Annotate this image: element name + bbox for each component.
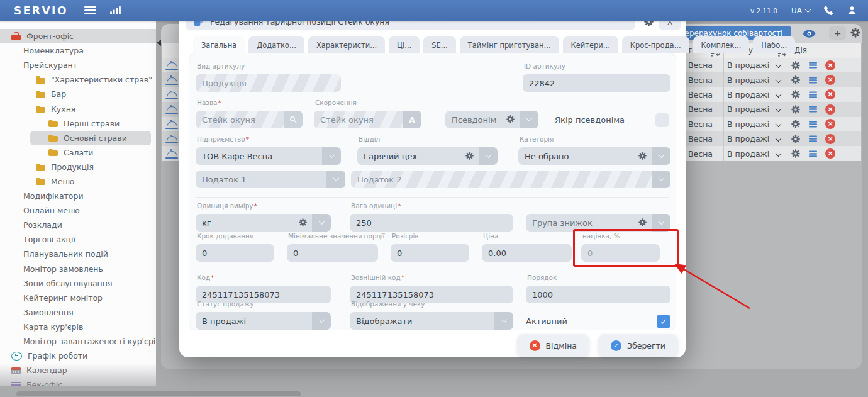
gear-icon[interactable]: [791, 90, 800, 99]
search-icon[interactable]: [284, 111, 303, 128]
gear-icon[interactable]: [791, 135, 800, 143]
sidebar-item-dish-characteristics[interactable]: "Характеристики страв": [0, 72, 156, 87]
sidebar-item-order-monitor[interactable]: Монітор замовлень: [0, 262, 156, 276]
chevron-down-icon[interactable]: [776, 134, 781, 143]
table-row[interactable]: Весна В продажі: [686, 102, 864, 116]
collapse-columns-icon[interactable]: [157, 40, 161, 46]
pseudonym-select[interactable]: Псевдонім: [445, 111, 538, 128]
sidebar-item-service-zones[interactable]: Зони обслуговування: [0, 276, 156, 291]
sidebar-item-kitchen[interactable]: Кухня: [0, 101, 156, 116]
horizontal-scrollbar[interactable]: [16, 391, 301, 396]
cancel-button[interactable]: Відміна: [517, 334, 589, 357]
active-checkbox[interactable]: [657, 315, 670, 328]
tab-complex[interactable]: Комплек...: [693, 36, 750, 53]
gear-icon[interactable]: [850, 28, 860, 40]
chevron-down-icon[interactable]: [776, 149, 781, 159]
user-icon[interactable]: [847, 6, 857, 15]
stats-icon[interactable]: [110, 6, 121, 14]
chevron-down-icon[interactable]: [776, 60, 781, 70]
list-icon[interactable]: [809, 121, 817, 128]
sidebar-item-salads[interactable]: Салати: [0, 145, 156, 160]
sidebar-item-courier-load-monitor[interactable]: Монітор завантаженості кур'єрів: [0, 334, 156, 349]
gear-icon[interactable]: [465, 152, 474, 160]
list-icon[interactable]: [809, 135, 817, 142]
sale-status-select[interactable]: В продажі: [196, 312, 331, 330]
sidebar-item-catering-monitor[interactable]: Кейтеринг монітор: [0, 291, 156, 305]
table-row[interactable]: Весна В продажі: [686, 58, 864, 72]
sidebar-item-menu[interactable]: Меню: [0, 174, 156, 189]
sidebar-item-bar[interactable]: Бар: [0, 87, 156, 101]
sidebar-item-main-courses[interactable]: Основні страви: [30, 131, 151, 145]
delete-icon[interactable]: [825, 148, 835, 159]
menu-icon[interactable]: [84, 6, 96, 14]
gear-icon[interactable]: [638, 218, 647, 226]
delete-icon[interactable]: [825, 75, 835, 85]
sidebar-item-modifiers[interactable]: Модифікатори: [0, 189, 156, 203]
sidebar-item-first-courses[interactable]: Перші страви: [0, 116, 156, 131]
warmup-input[interactable]: 0: [391, 244, 469, 262]
anchor-checkbox[interactable]: [655, 113, 669, 127]
chevron-down-icon[interactable]: [652, 147, 670, 165]
list-icon[interactable]: [809, 150, 817, 157]
sidebar-item-calendar[interactable]: Календар: [0, 363, 156, 377]
chevron-down-icon[interactable]: [776, 90, 781, 99]
delete-icon[interactable]: [825, 134, 835, 144]
delete-icon[interactable]: [825, 89, 835, 99]
gear-icon[interactable]: [791, 105, 800, 114]
gear-icon[interactable]: [506, 115, 515, 123]
step-input[interactable]: 0: [196, 244, 274, 262]
list-icon[interactable]: [809, 91, 817, 98]
add-button[interactable]: +: [829, 26, 846, 40]
gear-icon[interactable]: [638, 152, 647, 160]
chevron-down-icon[interactable]: [479, 147, 498, 165]
table-row[interactable]: Весна В продажі: [686, 117, 864, 131]
sidebar-item-products[interactable]: Продукція: [0, 160, 156, 174]
sidebar-item-courier-map[interactable]: Карта кур'єрів: [0, 320, 156, 334]
table-row[interactable]: Весна В продажі: [686, 72, 864, 87]
gear-icon[interactable]: [791, 120, 800, 128]
tab-additional[interactable]: Додатко...: [248, 36, 304, 53]
gear-icon[interactable]: [791, 149, 800, 158]
sidebar-item-orders[interactable]: Замовлення: [0, 305, 156, 320]
receipt-display-select[interactable]: Відображати: [350, 312, 513, 330]
tax1-select[interactable]: Податок 1: [196, 171, 345, 188]
gear-icon[interactable]: [791, 75, 800, 84]
language-selector[interactable]: UA: [791, 6, 810, 15]
department-select[interactable]: Гарячий цех: [357, 147, 498, 165]
chevron-down-icon[interactable]: [520, 111, 538, 128]
min-portion-input[interactable]: 0: [287, 244, 378, 262]
chevron-down-icon[interactable]: [776, 120, 781, 129]
category-select[interactable]: Не обрано: [518, 147, 670, 165]
tab-sets[interactable]: Набо...: [753, 36, 795, 53]
tab-catering[interactable]: Кейтери...: [563, 36, 618, 53]
tab-cross-sale[interactable]: Крос-прода...: [622, 36, 689, 53]
price-input[interactable]: 0.00: [482, 244, 572, 262]
chevron-down-icon[interactable]: [312, 214, 331, 232]
tab-general[interactable]: Загальна: [193, 36, 245, 53]
sidebar-item-nomenclature[interactable]: Номенклатура: [0, 43, 156, 58]
letter-case-button[interactable]: A: [403, 111, 421, 128]
sidebar-item-pricelist[interactable]: Прейскурант: [0, 58, 156, 72]
sidebar-item-back-office[interactable]: Бек-офіс: [0, 377, 156, 386]
tab-characteristics[interactable]: Характеристи...: [308, 36, 385, 53]
company-select[interactable]: ТОВ Кафе Весна: [196, 147, 341, 165]
chevron-down-icon[interactable]: [312, 312, 331, 330]
tab-prices[interactable]: Ці...: [389, 36, 420, 53]
unit-weight-input[interactable]: 250: [350, 214, 513, 232]
delete-icon[interactable]: [825, 60, 835, 70]
tab-seo[interactable]: SE...: [423, 36, 456, 53]
sidebar-item-schedules[interactable]: Розклади: [0, 218, 156, 232]
article-id-input[interactable]: 22842: [523, 74, 670, 92]
phone-icon[interactable]: [824, 6, 833, 15]
gear-icon[interactable]: [791, 61, 800, 70]
delete-icon[interactable]: [825, 104, 835, 115]
table-row[interactable]: Весна В продажі: [686, 146, 864, 160]
list-icon[interactable]: [809, 106, 817, 113]
chevron-down-icon[interactable]: [326, 171, 345, 188]
sidebar-item-promotions[interactable]: Торгові акції: [0, 232, 156, 247]
sidebar-item-online-menu[interactable]: Онлайн меню: [0, 203, 156, 218]
sidebar-item-work-schedule[interactable]: Графік роботи: [0, 349, 156, 363]
chevron-down-icon[interactable]: [776, 104, 781, 114]
sidebar-item-front-office[interactable]: Фронт-офіс: [0, 29, 156, 43]
table-row[interactable]: Весна В продажі: [686, 87, 864, 102]
